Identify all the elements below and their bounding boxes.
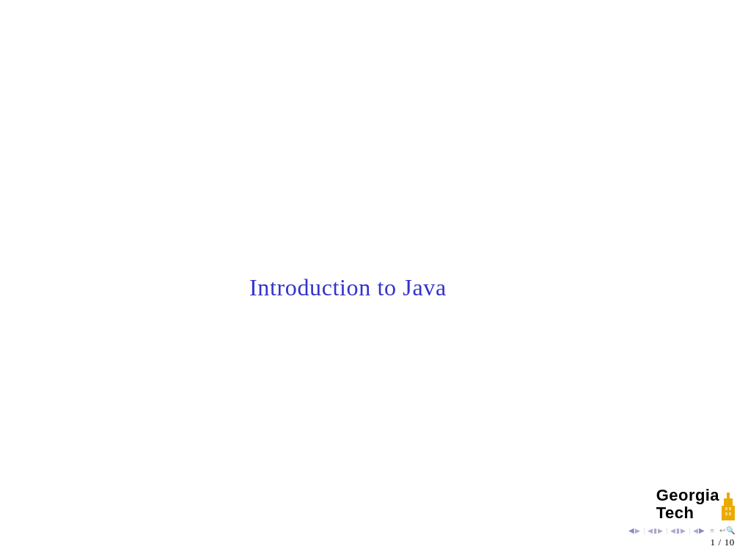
logo-tech-text: Tech <box>656 504 694 522</box>
svg-rect-4 <box>729 507 731 510</box>
logo-tower-icon <box>722 493 735 523</box>
slide-container: Introduction to Java Georgia Tech <box>0 0 748 560</box>
svg-rect-6 <box>729 512 731 515</box>
navigation-controls: ◀ ▶ | ◀ ▮ ▶ | ◀ ▮ ▶ | ◀ ▶ ≡ ↩ 🔍 <box>628 526 735 534</box>
svg-rect-2 <box>722 506 735 520</box>
slide-title: Introduction to Java <box>249 274 447 301</box>
nav-section-prev-icon[interactable]: ◀ <box>648 527 653 534</box>
nav-subsection-icon[interactable]: ▮ <box>676 527 680 534</box>
nav-section-next-icon[interactable]: ▶ <box>658 527 663 534</box>
nav-subsection-next-icon[interactable]: ▶ <box>681 527 686 534</box>
georgia-tech-logo: Georgia Tech <box>656 487 735 522</box>
svg-rect-3 <box>725 507 727 510</box>
undo-icon[interactable]: ↩ <box>719 526 725 534</box>
search-icon[interactable]: 🔍 <box>726 526 735 534</box>
slide-footer: Georgia Tech ◀ ▶ | <box>0 487 748 560</box>
nav-next-icon[interactable]: ◀ <box>693 527 698 534</box>
nav-prev2-icon[interactable]: ▶ <box>635 527 640 534</box>
slide-main: Introduction to Java <box>0 0 748 560</box>
nav-subsection-prev-icon[interactable]: ◀ <box>670 527 675 534</box>
nav-prev-icon[interactable]: ◀ <box>628 526 634 534</box>
logo-georgia-text: Georgia <box>656 487 719 504</box>
page-indicator: 1 / 10 <box>710 537 735 548</box>
nav-section-icon[interactable]: ▮ <box>653 527 657 534</box>
logo-text-group: Georgia Tech <box>656 487 719 522</box>
nav-next2-icon[interactable]: ▶ <box>699 526 705 534</box>
footer-bottom: 1 / 10 <box>710 537 735 548</box>
svg-rect-5 <box>725 512 727 515</box>
